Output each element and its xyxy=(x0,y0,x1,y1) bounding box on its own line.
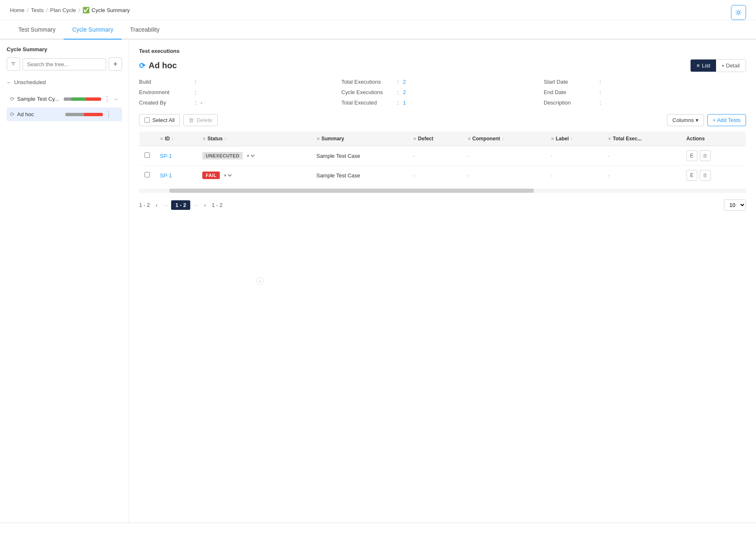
list-label: List xyxy=(702,62,710,69)
status-dropdown-0[interactable]: ▾ xyxy=(245,153,256,159)
columns-chevron-icon: ▾ xyxy=(696,117,699,123)
view-detail-button[interactable]: ▪ Detail xyxy=(716,60,746,72)
svg-line-3 xyxy=(736,10,737,11)
cycle-item-more-sample[interactable]: ⋮ xyxy=(104,95,110,103)
th-label-label: Label xyxy=(556,136,569,142)
meta-created-by-label: Created By xyxy=(139,100,193,106)
status-dropdown-1[interactable]: ▾ xyxy=(222,172,233,178)
row-delete-button-1[interactable]: 🗑 xyxy=(700,170,711,181)
select-all-button[interactable]: Select All xyxy=(139,114,180,126)
th-id[interactable]: ✕ ID ↕ xyxy=(155,132,197,146)
th-defect[interactable]: ✕ Defect xyxy=(408,132,463,146)
columns-label: Columns xyxy=(672,117,694,123)
status-sort-icon[interactable]: ↕ xyxy=(224,137,226,141)
table-scrollbar[interactable] xyxy=(139,189,746,193)
detail-icon: ▪ xyxy=(722,62,724,69)
adhoc-cycle-name: Ad hoc xyxy=(149,61,177,70)
meta-cycle-executions: Cycle Executions : 2 xyxy=(341,89,544,95)
summary-remove-icon[interactable]: ✕ xyxy=(316,137,320,141)
pagination-dots-right: ··· xyxy=(194,202,198,208)
sidebar-add-button[interactable]: + xyxy=(109,57,122,71)
pagination-right: 10 25 50 xyxy=(724,199,746,211)
breadcrumb-home[interactable]: Home xyxy=(10,7,25,13)
breadcrumb-sep3: / xyxy=(78,7,80,13)
th-status-label: Status xyxy=(207,136,223,142)
add-tests-label: + Add Tests xyxy=(713,117,741,123)
component-remove-icon[interactable]: ✕ xyxy=(468,137,471,141)
pagination-prev[interactable]: ‹ xyxy=(153,200,160,210)
th-id-label: ID xyxy=(165,136,170,142)
row-summary-1: Sample Test Case xyxy=(311,166,408,185)
per-page-select[interactable]: 10 25 50 xyxy=(724,199,746,211)
sidebar-collapse-handle[interactable]: ‹ xyxy=(256,277,264,285)
meta-created-by: Created By : - xyxy=(139,100,341,106)
meta-grid: Build : Total Executions : 2 Start Date … xyxy=(139,79,746,106)
row-id-link-1[interactable]: SP-1 xyxy=(160,172,172,179)
cycle-item-name-adhoc: Ad hoc xyxy=(17,111,63,117)
sidebar-search-row: + xyxy=(7,57,122,71)
meta-start-date: Start Date : xyxy=(544,79,746,85)
th-actions: Actions xyxy=(681,132,746,146)
tab-cycle-summary[interactable]: Cycle Summary xyxy=(64,20,122,40)
row-actions-0: E 🗑 xyxy=(681,146,746,166)
th-total-exec[interactable]: ✕ Total Exec... xyxy=(603,132,681,146)
th-actions-label: Actions xyxy=(686,136,705,142)
add-tests-button[interactable]: + Add Tests xyxy=(707,114,746,126)
total-exec-remove-icon[interactable]: ✕ xyxy=(608,137,611,141)
defect-remove-icon[interactable]: ✕ xyxy=(413,137,416,141)
cycle-item-more-adhoc[interactable]: ⋮ xyxy=(105,110,112,118)
row-delete-button-0[interactable]: 🗑 xyxy=(700,150,711,161)
pagination-next[interactable]: › xyxy=(201,200,208,210)
label-sort-icon[interactable]: ↕ xyxy=(570,137,572,141)
cycle-item-icon-sample: ⟳ xyxy=(10,96,15,102)
th-component[interactable]: ✕ Component ↕ xyxy=(463,132,546,146)
tab-test-summary[interactable]: Test Summary xyxy=(10,20,64,40)
meta-cycle-exec-value: 2 xyxy=(403,89,406,95)
sidebar-filter-button[interactable] xyxy=(7,57,20,71)
view-list-button[interactable]: ≡ List xyxy=(691,60,716,72)
breadcrumb-tests[interactable]: Tests xyxy=(31,7,43,13)
status-remove-icon[interactable]: ✕ xyxy=(202,137,206,141)
status-badge-1: FAIL xyxy=(202,172,220,179)
row-checkbox-1[interactable] xyxy=(144,172,150,177)
progress-bar-adhoc xyxy=(65,113,103,116)
row-edit-button-0[interactable]: E xyxy=(686,150,697,161)
columns-button[interactable]: Columns ▾ xyxy=(667,114,704,126)
meta-end-date-label: End Date xyxy=(544,89,598,95)
svg-line-7 xyxy=(736,14,737,15)
label-remove-icon[interactable]: ✕ xyxy=(551,137,554,141)
pagination-last-range: 1 - 2 xyxy=(211,202,222,208)
id-remove-icon[interactable]: ✕ xyxy=(160,137,163,141)
unscheduled-row[interactable]: ← Unscheduled xyxy=(7,77,122,87)
th-summary[interactable]: ✕ Summary xyxy=(311,132,408,146)
cycle-item-sample[interactable]: ⟳ Sample Test Cy... ⋮ → xyxy=(7,92,122,106)
row-edit-button-1[interactable]: E xyxy=(686,170,697,181)
th-label[interactable]: ✕ Label ↕ xyxy=(546,132,603,146)
row-id-link-0[interactable]: SP-1 xyxy=(160,153,172,159)
view-toggle: ≡ List ▪ Detail xyxy=(690,59,746,72)
breadcrumb-plan-cycle[interactable]: Plan Cycle xyxy=(50,7,76,13)
cycle-item-nav-sample[interactable]: → xyxy=(113,96,119,102)
meta-cycle-exec-label: Cycle Executions xyxy=(341,89,395,95)
meta-end-date: End Date : xyxy=(544,89,746,95)
cycle-item-icon-adhoc: ⟳ xyxy=(10,111,15,117)
delete-button[interactable]: 🗑 Delete xyxy=(183,114,218,126)
row-label-1: - xyxy=(546,166,603,185)
row-checkbox-0[interactable] xyxy=(144,152,150,158)
component-sort-icon[interactable]: ↕ xyxy=(502,137,504,141)
th-status[interactable]: ✕ Status ↕ xyxy=(197,132,311,146)
meta-total-exec-d-value: 1 xyxy=(403,100,406,106)
scrollbar-thumb[interactable] xyxy=(169,189,534,193)
unscheduled-arrow: ← xyxy=(7,80,12,85)
row-total-exec-0: - xyxy=(603,146,681,166)
pagination-current-page[interactable]: 1 - 2 xyxy=(171,200,190,210)
meta-created-by-value: - xyxy=(201,100,202,106)
row-actions-1: E 🗑 xyxy=(681,166,746,185)
id-sort-icon[interactable]: ↕ xyxy=(172,137,174,141)
cycle-check-icon: ✅ xyxy=(82,7,90,13)
lightbulb-button[interactable] xyxy=(731,5,746,20)
cycle-item-adhoc[interactable]: ⟳ Ad hoc ⋮ xyxy=(7,107,122,121)
tab-traceability[interactable]: Traceability xyxy=(122,20,168,40)
sidebar-search-input[interactable] xyxy=(22,58,106,70)
table-header-row: ✕ ID ↕ ✕ Status ↕ xyxy=(139,132,746,146)
